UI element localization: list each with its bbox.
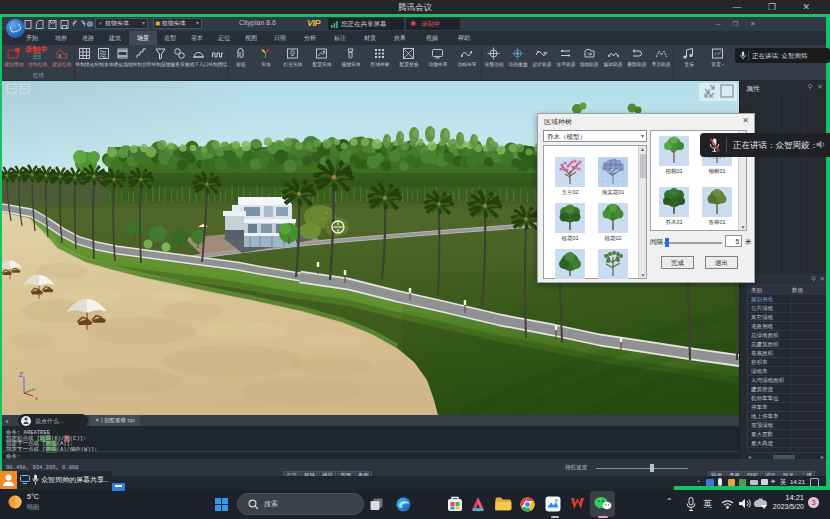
svg-text:Z: Z: [19, 371, 24, 378]
svg-text:x: x: [35, 395, 38, 401]
